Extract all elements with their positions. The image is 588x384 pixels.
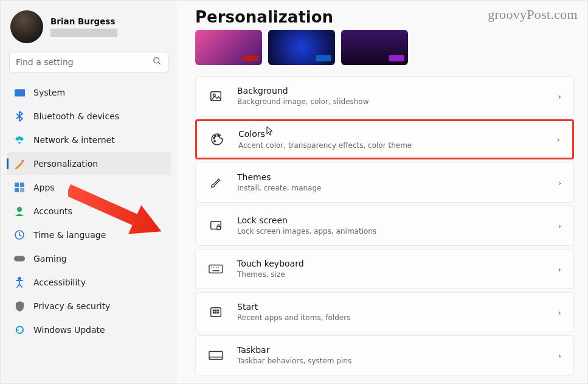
svg-point-12: [18, 278, 21, 280]
theme-preview-row: [195, 30, 574, 65]
apps-icon: [14, 182, 25, 193]
card-sub: Recent apps and items, folders: [237, 313, 558, 323]
svg-point-17: [218, 135, 219, 136]
svg-point-30: [218, 310, 219, 311]
sidebar-item-label: Accessibility: [33, 278, 86, 287]
chevron-right-icon: ›: [558, 308, 561, 317]
theme-accent-blue: [316, 55, 331, 61]
chevron-right-icon: ›: [558, 265, 561, 274]
search-icon: [153, 57, 162, 68]
setting-colors[interactable]: Colors Accent color, transparency effect…: [195, 119, 574, 159]
sidebar-item-label: System: [33, 88, 65, 97]
setting-themes[interactable]: Themes Install, create, manage ›: [195, 162, 574, 203]
theme-preview-2[interactable]: [268, 30, 335, 65]
theme-preview-1[interactable]: [195, 30, 262, 65]
svg-point-16: [215, 135, 216, 136]
avatar: [10, 10, 43, 43]
sidebar-item-label: Gaming: [33, 254, 67, 264]
chevron-right-icon: ›: [557, 135, 560, 144]
personalization-icon: [14, 158, 25, 169]
sidebar-item-privacy[interactable]: Privacy & security: [7, 295, 171, 318]
svg-point-18: [214, 141, 215, 142]
svg-line-1: [158, 62, 160, 64]
sidebar-item-apps[interactable]: Apps: [7, 176, 171, 199]
svg-point-9: [17, 207, 22, 212]
card-title: Themes: [237, 172, 558, 183]
card-title: Lock screen: [237, 215, 558, 226]
system-icon: [14, 87, 25, 98]
sidebar-item-accounts[interactable]: Accounts: [7, 200, 171, 223]
time-icon: [14, 229, 25, 240]
setting-background[interactable]: Background Background image, color, slid…: [195, 76, 574, 116]
sidebar-item-label: Network & internet: [33, 135, 115, 145]
gaming-icon: [14, 253, 25, 264]
search-input[interactable]: [16, 57, 153, 67]
accounts-icon: [14, 206, 25, 217]
sidebar-item-label: Windows Update: [33, 325, 105, 335]
card-title: Colors: [238, 128, 557, 141]
brush-icon: [208, 175, 224, 190]
card-sub: Accent color, transparency effects, colo…: [238, 141, 557, 150]
palette-icon: [209, 131, 225, 147]
sidebar-item-time-language[interactable]: Time & language: [7, 223, 171, 246]
nav-list: System Bluetooth & devices Network & int…: [4, 81, 173, 341]
profile-block[interactable]: Brian Burgess: [4, 7, 173, 52]
card-title-text: Colors: [238, 129, 265, 140]
svg-point-31: [213, 312, 214, 313]
sidebar-item-accessibility[interactable]: Accessibility: [7, 271, 171, 294]
search-container: [9, 52, 168, 72]
bluetooth-icon: [14, 111, 25, 122]
taskbar-icon: [208, 347, 224, 363]
search-box[interactable]: [9, 52, 168, 72]
setting-lock-screen[interactable]: Lock screen Lock screen images, apps, an…: [195, 206, 574, 246]
svg-rect-8: [20, 188, 24, 192]
svg-rect-21: [209, 265, 223, 273]
card-sub: Install, create, manage: [237, 184, 558, 193]
svg-rect-20: [217, 226, 221, 230]
card-text: Themes Install, create, manage: [237, 172, 558, 193]
sidebar-item-personalization[interactable]: Personalization: [7, 152, 171, 175]
card-sub: Background image, color, slideshow: [237, 97, 558, 106]
card-sub: Lock screen images, apps, animations: [237, 227, 558, 236]
sidebar-item-label: Personalization: [33, 159, 98, 169]
svg-point-15: [213, 138, 215, 139]
card-text: Background Background image, color, slid…: [237, 86, 558, 106]
svg-point-0: [154, 57, 159, 63]
card-title: Background: [237, 86, 558, 97]
svg-rect-11: [14, 256, 25, 262]
card-text: Colors Accent color, transparency effect…: [238, 128, 557, 150]
accessibility-icon: [14, 277, 25, 288]
sidebar-item-windows-update[interactable]: Windows Update: [7, 318, 171, 341]
card-title: Taskbar: [237, 345, 558, 356]
svg-point-29: [215, 310, 216, 311]
setting-taskbar[interactable]: Taskbar Taskbar behaviors, system pins ›: [195, 335, 574, 375]
cursor-icon: [266, 126, 274, 138]
theme-accent-red: [243, 55, 258, 61]
page-title: Personalization: [195, 8, 574, 26]
sidebar-item-gaming[interactable]: Gaming: [7, 247, 171, 270]
card-text: Lock screen Lock screen images, apps, an…: [237, 215, 558, 236]
chevron-right-icon: ›: [558, 222, 561, 231]
svg-rect-5: [15, 183, 19, 187]
setting-touch-keyboard[interactable]: Touch keyboard Themes, size ›: [195, 249, 574, 289]
card-title: Start: [237, 302, 558, 313]
theme-accent-purple: [389, 55, 404, 61]
start-icon: [208, 304, 224, 320]
svg-rect-6: [20, 183, 24, 187]
svg-point-33: [218, 312, 219, 313]
setting-start[interactable]: Start Recent apps and items, folders ›: [195, 292, 574, 332]
profile-text: Brian Burgess: [50, 16, 117, 37]
profile-name: Brian Burgess: [50, 16, 117, 26]
sidebar-item-system[interactable]: System: [7, 81, 171, 104]
theme-preview-3[interactable]: [341, 30, 408, 65]
settings-window: Brian Burgess System Bluetooth & devices: [0, 0, 588, 384]
chevron-right-icon: ›: [558, 178, 561, 187]
sidebar-item-label: Accounts: [33, 206, 72, 216]
svg-point-28: [213, 310, 214, 311]
keyboard-icon: [208, 261, 224, 277]
svg-rect-7: [15, 188, 19, 192]
sidebar-item-label: Time & language: [33, 230, 106, 240]
sidebar-item-bluetooth[interactable]: Bluetooth & devices: [7, 105, 171, 128]
sidebar-item-network[interactable]: Network & internet: [7, 128, 171, 152]
card-text: Taskbar Taskbar behaviors, system pins: [237, 345, 558, 366]
